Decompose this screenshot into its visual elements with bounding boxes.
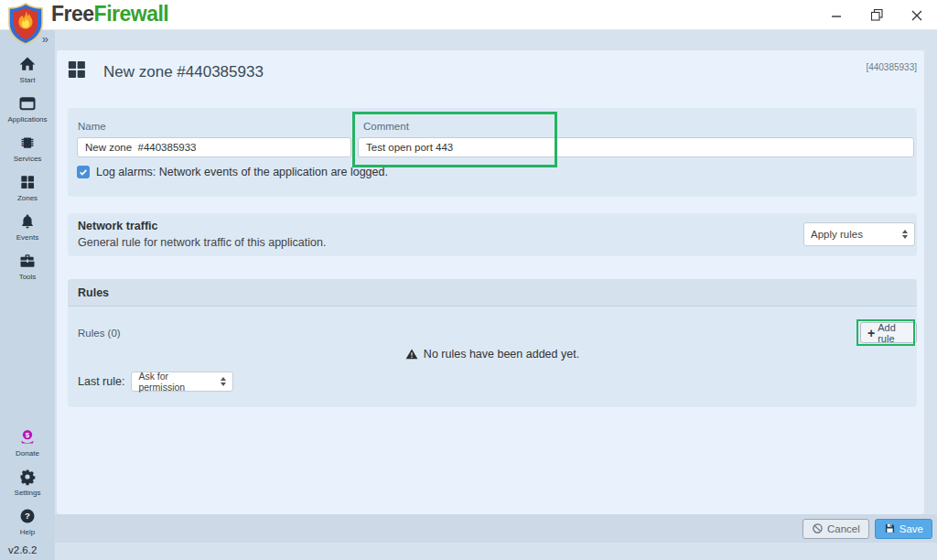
minimize-button[interactable] — [816, 0, 856, 30]
general-section: Name Comment Log alarms: Network events … — [68, 108, 917, 197]
sidebar-label: Start — [20, 76, 36, 84]
network-traffic-rule-value: Apply rules — [811, 229, 863, 240]
sidebar-label: Donate — [16, 449, 39, 458]
add-rule-button-label: Add rule — [878, 322, 910, 344]
restore-icon — [871, 9, 883, 21]
zone-reference-id: [440385933] — [866, 62, 917, 72]
comment-field-label: Comment — [363, 121, 409, 132]
close-icon — [911, 10, 922, 21]
add-rule-button[interactable]: + Add rule — [860, 322, 917, 343]
select-arrows-icon — [221, 377, 226, 386]
sidebar-bottom-group: $ Donate Settings ? Help v2.6.2 — [0, 418, 55, 560]
app-version: v2.6.2 — [0, 544, 37, 555]
save-button[interactable]: Save — [875, 519, 932, 539]
cancel-prohibition-icon — [812, 522, 824, 534]
last-rule-select[interactable]: Ask for permission — [131, 372, 233, 392]
chip-icon — [18, 134, 37, 152]
page-title: New zone #440385933 — [103, 63, 264, 81]
save-floppy-icon — [884, 522, 896, 534]
sidebar-item-applications[interactable]: Applications — [0, 94, 55, 124]
network-traffic-rule-select[interactable]: Apply rules — [803, 222, 915, 246]
zones-grid-icon — [66, 59, 87, 83]
brand-firewall: Firewall — [94, 2, 169, 26]
save-button-label: Save — [899, 523, 923, 534]
check-icon — [79, 167, 88, 177]
gear-icon — [18, 468, 37, 486]
log-alarms-checkbox[interactable] — [77, 166, 90, 178]
app-logo-shield-flame-icon — [7, 3, 44, 45]
svg-text:$: $ — [26, 431, 30, 439]
sidebar-label: Help — [20, 528, 35, 536]
name-field-label: Name — [78, 121, 106, 132]
sidebar-item-donate[interactable]: $ Donate — [0, 428, 55, 458]
rules-empty-message: No rules have been added yet. — [424, 348, 579, 361]
sidebar-item-help[interactable]: ? Help — [0, 507, 55, 536]
sidebar-label: Events — [16, 233, 38, 242]
last-rule-value: Ask for permission — [138, 371, 215, 393]
network-traffic-section: Network traffic General rule for network… — [68, 213, 917, 256]
comment-input[interactable] — [358, 137, 914, 157]
minimize-icon — [831, 10, 842, 21]
svg-text:?: ? — [25, 511, 30, 521]
network-traffic-description: General rule for network traffic of this… — [78, 236, 326, 249]
sidebar-label: Settings — [15, 489, 41, 497]
window-icon — [18, 94, 37, 113]
warning-icon — [405, 348, 418, 361]
cancel-button[interactable]: Cancel — [802, 519, 869, 539]
sidebar-item-settings[interactable]: Settings — [0, 468, 55, 497]
sidebar-label: Tools — [19, 273, 37, 281]
rules-empty-state: No rules have been added yet. — [68, 348, 917, 361]
grid-icon — [18, 173, 37, 191]
sidebar-item-start[interactable]: Start — [0, 55, 55, 84]
close-button[interactable] — [897, 0, 937, 30]
help-icon: ? — [18, 507, 37, 525]
plus-icon: + — [867, 327, 875, 339]
sidebar-label: Services — [14, 155, 42, 163]
app-title: FreeFirewall — [51, 2, 168, 27]
cancel-button-label: Cancel — [827, 523, 860, 534]
sidebar-item-tools[interactable]: Tools — [0, 252, 55, 281]
log-alarms-label: Log alarms: Network events of the applic… — [96, 166, 388, 178]
home-icon — [18, 55, 37, 73]
bell-icon — [18, 212, 37, 231]
log-alarms-checkbox-row[interactable]: Log alarms: Network events of the applic… — [77, 166, 388, 178]
sidebar-label: Zones — [17, 194, 38, 202]
sidebar-item-zones[interactable]: Zones — [0, 173, 55, 202]
footer-action-bar: Cancel Save — [55, 514, 937, 543]
toolbox-icon — [18, 252, 37, 270]
zone-detail-panel: New zone #440385933 [440385933] Name Com… — [57, 50, 924, 514]
donate-icon: $ — [18, 428, 37, 447]
name-input[interactable] — [77, 137, 351, 157]
sidebar-item-events[interactable]: Events — [0, 212, 55, 242]
rules-section-header: Rules — [68, 279, 917, 307]
last-rule-label: Last rule: — [78, 375, 124, 388]
restore-button[interactable] — [856, 0, 897, 30]
rules-section: Rules Rules (0) + Add rule No rules have… — [68, 279, 917, 407]
brand-free: Free — [51, 2, 94, 26]
sidebar: » Start Applications Services Zones Even… — [0, 30, 55, 560]
select-arrows-icon — [902, 230, 908, 239]
sidebar-item-services[interactable]: Services — [0, 134, 55, 163]
last-rule-row: Last rule: Ask for permission — [78, 372, 233, 392]
rules-count-label: Rules (0) — [78, 328, 121, 339]
rules-section-title: Rules — [78, 286, 109, 299]
network-traffic-title: Network traffic — [78, 220, 158, 232]
sidebar-label: Applications — [7, 115, 47, 124]
window-controls — [816, 0, 937, 30]
